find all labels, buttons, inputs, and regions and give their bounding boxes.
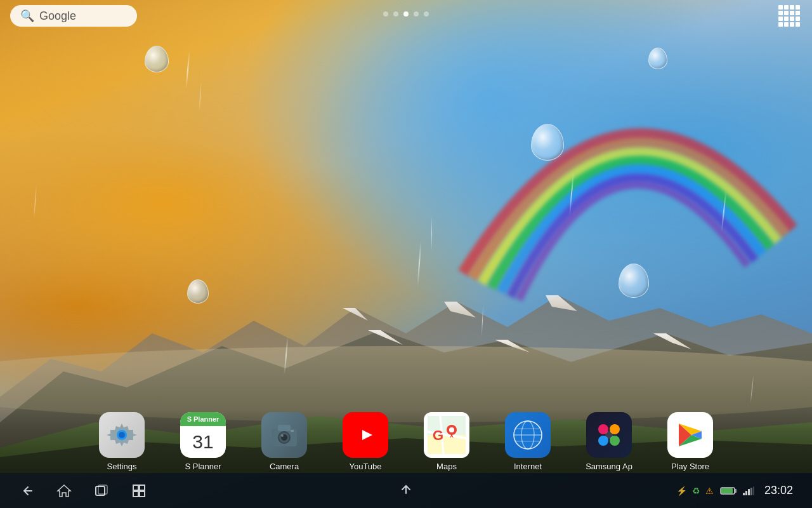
- navigation-bar: ⚡ ♻ ⚠ 23:02: [0, 473, 812, 508]
- nav-center-button[interactable]: [398, 482, 414, 500]
- svg-point-3: [119, 432, 125, 438]
- internet-app-icon: [505, 412, 551, 458]
- dock-item-splanner[interactable]: S Planner 31 S Planner: [162, 407, 244, 476]
- splanner-date: 31: [180, 426, 226, 458]
- time-display: 23:02: [764, 484, 793, 497]
- playstore-app-icon: [667, 412, 713, 458]
- nav-left-buttons: [19, 483, 147, 498]
- page-dot-3[interactable]: [403, 11, 409, 17]
- splanner-app-icon: S Planner 31: [180, 412, 226, 458]
- maps-label: Maps: [436, 462, 457, 471]
- svg-rect-10: [291, 430, 294, 432]
- samsung-label: Samsung Ap: [586, 462, 632, 471]
- samsung-app-icon: [586, 412, 632, 458]
- youtube-label: YouTube: [349, 462, 381, 471]
- dock-item-playstore[interactable]: Play Store: [650, 407, 731, 476]
- dock-item-internet[interactable]: Internet: [487, 407, 568, 476]
- svg-point-20: [449, 427, 454, 432]
- page-indicators: [383, 11, 429, 17]
- settings-app-icon: [99, 412, 145, 458]
- svg-rect-36: [140, 485, 145, 490]
- playstore-label: Play Store: [671, 462, 709, 471]
- rainbow: [400, 0, 812, 305]
- back-button[interactable]: [19, 483, 34, 498]
- svg-rect-5: [278, 425, 291, 431]
- dock-item-samsung[interactable]: Samsung Ap: [568, 407, 650, 476]
- splanner-label: S Planner: [185, 462, 221, 471]
- sync-icon: ♻: [692, 486, 700, 496]
- page-dot-2[interactable]: [393, 11, 398, 17]
- svg-rect-44: [748, 489, 750, 495]
- svg-rect-43: [745, 491, 747, 495]
- dock-item-settings[interactable]: Settings: [81, 407, 162, 476]
- bottom-dock: Settings S Planner 31 S Planner Camera: [0, 410, 812, 473]
- svg-rect-46: [753, 486, 754, 495]
- svg-rect-38: [140, 491, 145, 497]
- youtube-app-icon: [343, 412, 388, 458]
- rain-streak-4: [431, 216, 432, 251]
- search-icon: 🔍: [20, 9, 34, 23]
- app-drawer-button[interactable]: [776, 3, 802, 29]
- water-drop-5: [648, 48, 667, 69]
- settings-label: Settings: [107, 462, 137, 471]
- svg-text:G: G: [433, 427, 443, 443]
- top-bar: 🔍 Google: [0, 0, 812, 32]
- internet-label: Internet: [514, 462, 542, 471]
- battery-icon: [720, 486, 737, 495]
- google-search-label: Google: [39, 10, 76, 23]
- svg-rect-40: [735, 489, 737, 493]
- signal-icon: [743, 486, 754, 495]
- page-dot-5[interactable]: [424, 11, 429, 17]
- warning-icon: ⚠: [705, 486, 714, 496]
- dock-item-camera[interactable]: Camera: [244, 407, 325, 476]
- svg-rect-45: [750, 488, 752, 495]
- home-button[interactable]: [56, 483, 72, 498]
- screenshot-button[interactable]: [131, 483, 147, 498]
- splanner-month: S Planner: [180, 412, 226, 426]
- dock-item-maps[interactable]: G Maps: [406, 407, 487, 476]
- grid-icon: [778, 5, 800, 27]
- svg-rect-41: [721, 488, 733, 493]
- maps-app-icon: G: [424, 412, 469, 458]
- water-drop-3: [187, 279, 209, 304]
- google-search-bar[interactable]: 🔍 Google: [10, 5, 137, 27]
- svg-point-9: [281, 434, 284, 437]
- camera-app-icon: [261, 412, 307, 458]
- status-bar: ⚡ ♻ ⚠ 23:02: [676, 484, 793, 497]
- dock-item-youtube[interactable]: YouTube: [325, 407, 406, 476]
- water-drop-1: [145, 46, 169, 72]
- svg-rect-35: [133, 485, 138, 490]
- page-dot-1[interactable]: [383, 11, 388, 17]
- camera-label: Camera: [270, 462, 299, 471]
- page-dot-4[interactable]: [414, 11, 419, 17]
- usb-icon: ⚡: [676, 486, 687, 496]
- svg-point-32: [605, 431, 613, 439]
- svg-rect-42: [743, 493, 745, 495]
- recent-apps-button[interactable]: [94, 483, 109, 498]
- svg-rect-37: [133, 491, 138, 497]
